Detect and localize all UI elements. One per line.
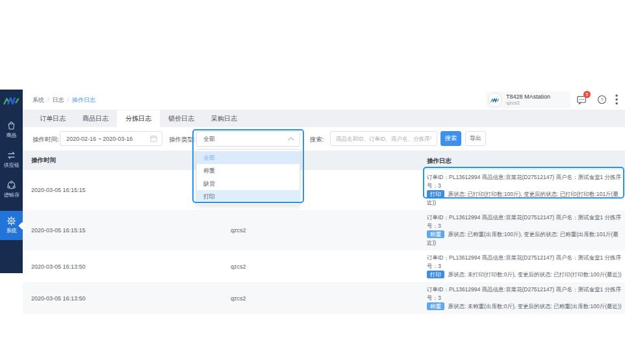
search-box: [330, 131, 437, 146]
cell-log: 订单ID：PL13612994 商品信息:韭菜花(D27512147) 商户名：…: [417, 210, 625, 250]
help-icon[interactable]: ?: [597, 95, 607, 107]
svg-text:?: ?: [600, 97, 604, 103]
swap-arrows-icon: [6, 151, 16, 160]
bag-icon: [6, 121, 16, 130]
share-nodes-icon: [6, 180, 16, 190]
type-select-value: 全部: [197, 135, 215, 143]
cell-time: 2020-03-05 16:13:50: [23, 263, 186, 270]
cell-operator: qzcs2: [186, 227, 417, 234]
tab-price-lock-log[interactable]: 锁价日志: [160, 110, 203, 127]
log-type-tag: 称重: [427, 230, 444, 238]
sidebar-item-label: 供应链: [3, 162, 19, 169]
gear-icon: [6, 216, 16, 226]
sidebar-item-label: 系统: [6, 227, 16, 234]
dropdown-option-out-of-stock[interactable]: 缺货: [197, 177, 300, 190]
type-select[interactable]: 全部: [196, 131, 300, 147]
cell-time: 2020-03-05 16:15:15: [23, 187, 186, 193]
tab-goods-log[interactable]: 商品日志: [74, 110, 117, 127]
app-window: 商品 供应链 进销存: [0, 90, 625, 273]
log-type-tag: 称重: [427, 302, 444, 310]
tab-purchase-log[interactable]: 采购日志: [203, 110, 246, 127]
sidebar-item-label: 商品: [6, 132, 16, 139]
sidebar-item-system[interactable]: 系统: [0, 211, 23, 240]
log-table: 操作时间 操作日志 2020-03-05 16:15:15 订单ID：PL136…: [23, 151, 625, 314]
sidebar: 商品 供应链 进销存: [0, 90, 23, 273]
sidebar-item-inventory[interactable]: 进销存: [0, 176, 23, 202]
date-range-input[interactable]: [60, 136, 150, 142]
log-status: 原状态: 已称重(出库数:100斤), 变更后的状态: 已称重(出库数:101斤…: [427, 231, 619, 246]
log-info: 订单ID：PL13612994 商品信息:韭菜花(D27512147) 商户名：…: [427, 174, 621, 189]
main-panel: 系统 / 日志 / 操作日志 T8428 MAstation qzcs2: [23, 90, 625, 273]
cell-operator: qzcs2: [186, 263, 417, 270]
cell-log: 订单ID：PL13612994 商品信息:韭菜花(D27512147) 商户名：…: [417, 250, 625, 282]
log-tabs: 订单日志 商品日志 分拣日志 锁价日志 采购日志: [23, 110, 625, 127]
table-header-row: 操作时间 操作日志: [23, 151, 625, 170]
breadcrumb-separator: /: [47, 97, 49, 103]
table-row: 2020-03-05 16:15:15 qzcs2 订单ID：PL1361299…: [23, 210, 625, 250]
log-info: 订单ID：PL13612994 商品信息:韭菜花(D27512147) 商户名：…: [427, 286, 621, 301]
export-button[interactable]: 导出: [465, 131, 486, 146]
avatar: [488, 93, 502, 107]
breadcrumb-log[interactable]: 日志: [53, 96, 64, 104]
breadcrumb: 系统 / 日志 / 操作日志: [32, 90, 96, 110]
search-label: 搜索:: [310, 136, 324, 144]
filter-bar: 操作时间: 操作类型: 全部 搜索: 搜索: [23, 127, 625, 151]
log-status: 原状态: 未打印(打印数:0斤), 变更后的状态: 已打印(打印数:100斤(最…: [448, 271, 621, 278]
table-row: 2020-03-05 16:15:15 订单ID：PL13612994 商品信息…: [23, 170, 625, 210]
breadcrumb-separator: /: [68, 97, 70, 103]
calendar-icon: [150, 135, 157, 142]
type-dropdown-panel: 全部 称重 缺货 打印: [196, 149, 300, 205]
log-type-tag: 打印: [427, 190, 444, 198]
tab-order-log[interactable]: 订单日志: [31, 110, 74, 127]
dropdown-option-print[interactable]: 打印: [197, 190, 300, 203]
sidebar-item-goods[interactable]: 商品: [0, 117, 23, 143]
more-menu-icon[interactable]: •••: [613, 94, 620, 106]
date-range-picker[interactable]: [60, 131, 162, 146]
app-logo-icon: [0, 93, 23, 108]
notification-badge: 5: [583, 91, 591, 98]
search-button[interactable]: 搜索: [440, 131, 461, 146]
cell-log: 订单ID：PL13612994 商品信息:韭菜花(D27512147) 商户名：…: [417, 282, 625, 314]
user-chip[interactable]: T8428 MAstation qzcs2: [486, 91, 570, 108]
top-bar: 系统 / 日志 / 操作日志 T8428 MAstation qzcs2: [23, 90, 625, 110]
user-account: qzcs2: [506, 101, 550, 106]
sidebar-item-label: 进销存: [3, 191, 19, 199]
log-status: 原状态: 已打印(打印数:100斤), 变更后的状态: 已打印(打印数:101斤…: [427, 191, 619, 206]
search-input[interactable]: [331, 132, 437, 145]
log-type-tag: 打印: [427, 271, 444, 278]
breadcrumb-operation-log[interactable]: 操作日志: [72, 96, 96, 104]
cell-time: 2020-03-05 16:13:50: [23, 295, 186, 302]
log-info: 订单ID：PL13612994 商品信息:韭菜花(D27512147) 商户名：…: [427, 214, 621, 229]
dropdown-option-weigh[interactable]: 称重: [197, 164, 300, 177]
cell-log: 订单ID：PL13612994 商品信息:韭菜花(D27512147) 商户名：…: [417, 170, 625, 210]
log-status: 原状态: 未称重(出库数:0斤), 变更后的状态: 已称重(出库数:100斤(最…: [448, 303, 621, 309]
tab-sorting-log[interactable]: 分拣日志: [117, 110, 160, 127]
header-operation-log: 操作日志: [417, 153, 625, 168]
dropdown-option-all[interactable]: 全部: [197, 151, 300, 164]
type-filter-label: 操作类型:: [169, 136, 196, 144]
log-info: 订单ID：PL13612994 商品信息:韭菜花(D27512147) 商户名：…: [427, 254, 621, 269]
header-operation-time: 操作时间: [23, 156, 186, 165]
time-filter-label: 操作时间:: [32, 136, 59, 144]
cell-operator: qzcs2: [186, 295, 417, 302]
chevron-up-icon: [288, 137, 294, 141]
table-row: 2020-03-05 16:13:50 qzcs2 订单ID：PL1361299…: [23, 282, 625, 314]
breadcrumb-system[interactable]: 系统: [32, 96, 44, 104]
cell-time: 2020-03-05 16:15:15: [23, 227, 186, 234]
table-row: 2020-03-05 16:13:50 qzcs2 订单ID：PL1361299…: [23, 250, 625, 282]
sidebar-item-supply-chain[interactable]: 供应链: [0, 147, 23, 173]
